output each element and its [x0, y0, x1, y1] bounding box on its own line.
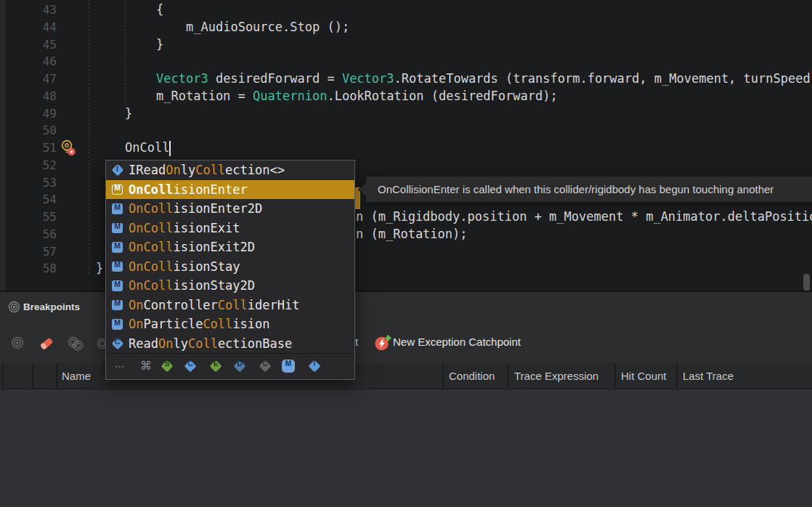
method-icon: M: [111, 280, 123, 292]
line-number[interactable]: 53: [19, 174, 57, 192]
filter-enum-icon[interactable]: E: [209, 360, 222, 373]
line-number[interactable]: 48: [19, 88, 57, 105]
column-separator[interactable]: [32, 363, 33, 389]
line-number[interactable]: 58: [19, 260, 57, 277]
line-number[interactable]: 52: [19, 157, 57, 174]
column-separator[interactable]: [56, 363, 57, 389]
breakpoints-tab[interactable]: Breakpoints: [23, 301, 80, 312]
line-number[interactable]: 47: [19, 70, 57, 88]
class-icon: C: [111, 337, 123, 349]
code-line-58[interactable]: }: [96, 260, 103, 277]
method-icon: M: [111, 222, 123, 234]
filter-delegate-icon[interactable]: D: [233, 360, 246, 373]
column-separator[interactable]: [614, 363, 616, 389]
method-icon: M: [111, 260, 123, 272]
filter-constant-icon[interactable]: C: [259, 360, 272, 373]
column-header-condition[interactable]: Condition: [449, 363, 495, 389]
column-separator[interactable]: [442, 363, 444, 389]
method-icon: M: [111, 203, 123, 215]
code-line-49[interactable]: }: [125, 105, 132, 123]
more-options-icon[interactable]: ⋯: [115, 354, 126, 378]
line-number[interactable]: 54: [19, 191, 57, 208]
completion-item-oncollisionstay2d[interactable]: M OnCollisionStay2D: [106, 276, 354, 296]
line-number[interactable]: 46: [19, 53, 57, 70]
code-line-55-fragment[interactable]: n (m_Rigidbody.position + m_Movement * m…: [356, 208, 812, 226]
completion-filter-bar: ⋯ ⌘ S C E D C M I: [106, 353, 354, 379]
completion-item-oncollisionexit[interactable]: M OnCollisionExit: [106, 219, 354, 238]
autocomplete-popup: I IReadOnlyCollection<> M OnCollisionEnt…: [105, 160, 355, 380]
disable-all-breakpoints-icon[interactable]: [67, 336, 84, 354]
new-exception-catchpoint-button[interactable]: New Exception Catchpoint: [393, 336, 521, 348]
line-number[interactable]: 56: [19, 226, 57, 243]
tooltip-text: OnCollisionEnter is called when this col…: [366, 177, 812, 202]
method-icon: M: [111, 241, 123, 254]
code-line-45[interactable]: }: [156, 36, 163, 54]
filter-class-icon[interactable]: C: [184, 360, 197, 373]
completion-item-oncollisionexit2d[interactable]: M OnCollisionExit2D: [106, 238, 354, 257]
completion-item-readonlycollectionbase[interactable]: C ReadOnlyCollectionBase: [106, 334, 354, 354]
column-separator[interactable]: [676, 363, 678, 389]
code-line-48[interactable]: m_Rotation = Quaternion.LookRotation (de…: [156, 88, 558, 105]
line-number[interactable]: 45: [19, 36, 57, 54]
column-header-last-trace[interactable]: Last Trace: [683, 363, 734, 389]
breakpoints-table-body: [0, 389, 812, 507]
indent-guide: [125, 0, 126, 106]
completion-item-oncontrollercolliderhit[interactable]: M OnControllerColliderHit: [106, 296, 354, 315]
completion-item-onparticlecollision[interactable]: M OnParticleCollision: [106, 315, 354, 334]
new-breakpoint-icon[interactable]: [11, 336, 24, 352]
clipped-toolbar-label[interactable]: t: [355, 336, 358, 348]
line-number[interactable]: 51: [19, 139, 57, 157]
code-line-56-fragment[interactable]: n (m_Rotation);: [356, 226, 468, 243]
all-categories-icon[interactable]: ⌘: [140, 354, 152, 378]
text-caret: [169, 141, 171, 156]
scrollbar-thumb[interactable]: [803, 274, 810, 291]
code-line-51[interactable]: OnColl: [125, 139, 169, 157]
line-number[interactable]: 44: [19, 19, 57, 36]
code-line-47[interactable]: Vector3 desiredForward = Vector3.RotateT…: [156, 70, 812, 88]
line-number[interactable]: 43: [19, 1, 57, 19]
column-header-name[interactable]: Name: [62, 363, 91, 389]
filter-struct-icon[interactable]: S: [161, 360, 174, 373]
line-number[interactable]: 49: [19, 105, 57, 123]
method-icon: M: [111, 183, 123, 195]
completion-item-oncollisionenter2d[interactable]: M OnCollisionEnter2D: [106, 199, 354, 219]
line-number[interactable]: 55: [19, 208, 57, 226]
new-exception-catchpoint-icon[interactable]: [374, 334, 392, 355]
column-header-trace-expression[interactable]: Trace Expression: [514, 363, 598, 389]
filter-interface-icon[interactable]: I: [308, 360, 321, 373]
completion-doc-tooltip: OnCollisionEnter is called when this col…: [365, 176, 812, 203]
code-line-43[interactable]: {: [156, 1, 163, 19]
column-separator[interactable]: [508, 363, 509, 389]
method-icon: M: [111, 299, 123, 311]
interface-icon: I: [111, 164, 123, 177]
indent-guide: [89, 0, 89, 276]
remove-breakpoint-eraser-icon[interactable]: [38, 336, 54, 354]
completion-item-ireadonlycollection[interactable]: I IReadOnlyCollection<>: [106, 161, 354, 180]
column-header-hit-count[interactable]: Hit Count: [621, 363, 667, 389]
completion-item-oncollisionstay[interactable]: M OnCollisionStay: [106, 257, 354, 277]
line-number[interactable]: 57: [19, 243, 57, 261]
quick-fix-lightbulb-icon[interactable]: [60, 139, 77, 161]
filter-method-icon-active[interactable]: M: [282, 360, 295, 373]
method-icon: M: [111, 318, 123, 330]
editor-left-margin: [0, 0, 6, 291]
breakpoint-icon: [8, 301, 20, 316]
completion-item-oncollisionenter-selected[interactable]: M OnCollisionEnter: [106, 180, 354, 200]
column-separator[interactable]: [2, 363, 4, 389]
code-line-44[interactable]: m_AudioSource.Stop ();: [186, 19, 349, 36]
line-number[interactable]: 50: [19, 122, 57, 139]
